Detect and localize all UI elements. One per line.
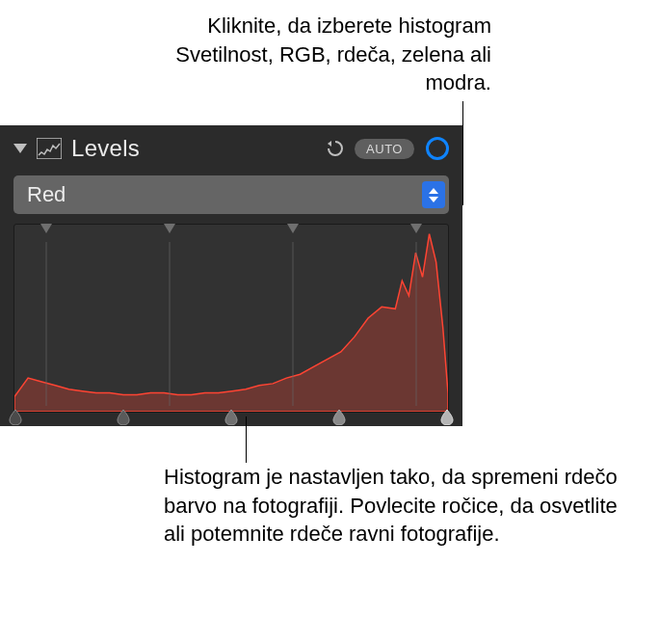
histogram-top-handles-row	[14, 224, 448, 233]
channel-select-label: Red	[27, 182, 422, 207]
panel-header: Levels AUTO	[0, 125, 462, 170]
black-point-handle[interactable]	[9, 408, 22, 425]
auto-button[interactable]: AUTO	[355, 139, 414, 159]
chevron-down-icon	[429, 197, 438, 202]
disclosure-triangle-icon[interactable]	[13, 144, 27, 153]
enable-toggle-icon[interactable]	[426, 137, 449, 160]
midtones-handle[interactable]	[224, 408, 238, 425]
histogram-top-handle[interactable]	[164, 224, 175, 233]
histogram-bottom-handles-row	[9, 408, 454, 425]
histogram	[13, 224, 449, 413]
levels-panel: Levels AUTO Red	[0, 125, 462, 426]
histogram-top-handle[interactable]	[287, 224, 299, 233]
highlights-handle[interactable]	[332, 408, 346, 425]
callout-top: Kliknite, da izberete histogram Svetilno…	[125, 12, 491, 97]
levels-icon	[37, 138, 62, 159]
shadows-handle[interactable]	[117, 408, 130, 425]
leader-line-top	[462, 101, 463, 205]
channel-select[interactable]: Red	[13, 175, 449, 214]
leader-line-bottom	[246, 416, 247, 463]
dropdown-stepper-icon[interactable]	[422, 181, 445, 208]
panel-title: Levels	[71, 135, 314, 162]
chevron-up-icon	[429, 188, 438, 194]
histogram-top-handle[interactable]	[40, 224, 52, 233]
svg-rect-0	[37, 138, 62, 159]
white-point-handle[interactable]	[440, 408, 454, 425]
callout-bottom: Histogram je nastavljen tako, da spremen…	[164, 463, 626, 549]
undo-icon[interactable]	[324, 138, 345, 159]
histogram-chart	[14, 225, 448, 412]
histogram-top-handle[interactable]	[410, 224, 422, 233]
